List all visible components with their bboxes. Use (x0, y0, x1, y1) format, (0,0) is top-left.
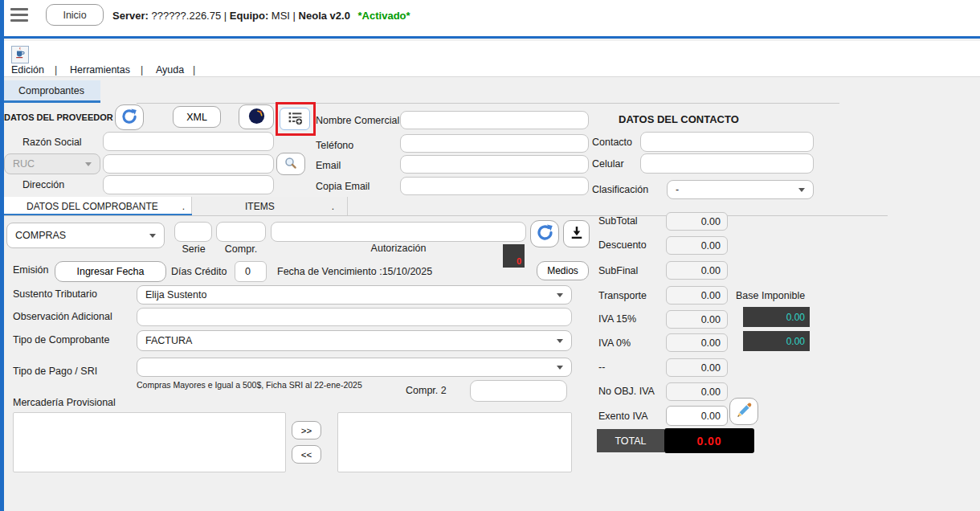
ingresar-fecha-label: Ingresar Fecha (76, 266, 144, 277)
clasificacion-value: - (676, 184, 679, 195)
total-label-box: TOTAL (597, 429, 664, 452)
subtotal-value: 0.00 (666, 212, 728, 231)
ruc-type-value: RUC (13, 158, 35, 170)
separator: | (224, 10, 227, 22)
ingresar-fecha-button[interactable]: Ingresar Fecha (55, 261, 166, 282)
tab-items[interactable]: ITEMS . (192, 197, 348, 215)
menu-separator: | (141, 64, 143, 76)
nombre-comercial-input[interactable] (400, 111, 589, 129)
tipo-comprobante-dropdown[interactable]: FACTURA (137, 330, 572, 351)
tipo-pago-dropdown[interactable] (137, 358, 572, 377)
pencil-icon (735, 401, 753, 422)
serie-label: Serie (172, 243, 215, 255)
exento-iva-label: Exento IVA (598, 411, 648, 422)
dias-credito-input[interactable]: 0 (235, 261, 267, 282)
move-left-button[interactable]: << (292, 445, 321, 464)
contacto-input[interactable] (640, 132, 814, 152)
copia-email-input[interactable] (400, 177, 589, 195)
email-label: Email (316, 160, 341, 171)
tab-dot: . (332, 201, 334, 212)
retenciones-badge: 0 (503, 244, 525, 268)
menu-item-edicion[interactable]: Edición (11, 64, 44, 76)
subtotal-label: SubTotal (598, 215, 638, 227)
tab-comprobantes-label: Comprobantes (18, 85, 84, 96)
search-proveedor-button[interactable] (276, 153, 305, 175)
window-accent-strip (0, 0, 4, 511)
exento-iva-input[interactable]: 0.00 (666, 406, 728, 426)
razon-social-label: Razón Social (22, 137, 82, 148)
sri-web-button[interactable] (239, 104, 274, 129)
server-value: ??????.226.75 (151, 10, 221, 22)
search-icon (284, 156, 298, 173)
contacto-section-title: DATOS DEL CONTACTO (619, 113, 739, 125)
tab-comprobantes[interactable]: Comprobantes (2, 80, 100, 100)
clasificacion-dropdown[interactable]: - (667, 180, 814, 199)
download-icon (569, 225, 585, 243)
chevron-down-icon (149, 234, 156, 238)
tipo-comprobante-label: Tipo de Comprobante (13, 334, 109, 345)
tab-active-underline (2, 100, 100, 103)
otros-label: -- (598, 362, 605, 373)
sustento-label: Sustento Tributario (13, 288, 97, 300)
compr2-input[interactable] (470, 380, 567, 402)
sustento-value: Elija Sustento (145, 289, 206, 300)
hamburger-menu-icon[interactable] (10, 8, 28, 22)
menu-item-herramientas[interactable]: Herramientas (70, 64, 130, 76)
tipo-transaccion-dropdown[interactable]: COMPRAS (6, 223, 165, 248)
razon-social-input[interactable] (103, 132, 274, 151)
move-right-label: >> (301, 426, 312, 435)
copia-email-label: Copia Email (316, 181, 370, 192)
transporte-label: Transporte (598, 290, 647, 301)
medios-button[interactable]: Medios (537, 261, 589, 280)
sustento-dropdown[interactable]: Elija Sustento (137, 285, 572, 305)
compr-input[interactable] (216, 222, 266, 242)
tipo-transaccion-value: COMPRAS (15, 230, 66, 241)
autorizacion-input[interactable] (271, 222, 526, 242)
tab-datos-comprobante[interactable]: DATOS DEL COMPROBANTE . (0, 197, 192, 215)
mercaderia-seleccionada-list[interactable] (337, 412, 572, 472)
tab-dot: . (182, 201, 185, 212)
emision-label: Emisión (13, 264, 48, 276)
app-name: Neola v2.0 (299, 10, 350, 22)
retenciones-badge-value: 0 (517, 256, 521, 266)
proveedor-section-title: DATOS DEL PROVEEDOR (4, 112, 113, 122)
ruc-input[interactable] (103, 154, 274, 174)
chevron-down-icon (85, 162, 92, 166)
subfinal-label: SubFinal (598, 265, 638, 276)
descargar-button[interactable] (563, 220, 590, 247)
total-value: 0.00 (696, 435, 721, 448)
xml-button[interactable]: XML (173, 106, 221, 128)
base-imponible-iva15: 0.00 (743, 307, 810, 327)
refresh-proveedor-button[interactable] (115, 104, 144, 130)
chevron-down-icon (557, 339, 563, 343)
telefono-input[interactable] (400, 134, 589, 153)
base-imponible-label: Base Imponible (736, 290, 805, 301)
tab-items-label: ITEMS (245, 201, 275, 212)
email-input[interactable] (400, 155, 589, 174)
chevron-down-icon (557, 366, 563, 370)
telefono-label: Teléfono (316, 140, 353, 151)
medios-button-label: Medios (547, 265, 578, 276)
menu-item-ayuda[interactable]: Ayuda (156, 64, 184, 76)
menu-band (0, 41, 980, 77)
java-icon-button[interactable] (11, 46, 29, 63)
compr2-label: Compr. 2 (406, 385, 447, 396)
move-right-button[interactable]: >> (292, 421, 321, 439)
mercaderia-disponible-list[interactable] (13, 412, 286, 472)
equipo-value: MSI | (272, 10, 296, 22)
observacion-input[interactable] (137, 308, 572, 326)
direccion-input[interactable] (103, 175, 274, 194)
inicio-button[interactable]: Inicio (46, 4, 104, 26)
xml-button-label: XML (186, 112, 207, 123)
celular-input[interactable] (640, 153, 814, 174)
ruc-type-dropdown[interactable]: RUC (4, 153, 100, 174)
chevron-down-icon (557, 293, 563, 297)
editar-exento-button[interactable] (729, 398, 758, 425)
server-status-text: Server: ??????.226.75 | Equipo: MSI | Ne… (112, 10, 410, 22)
serie-input[interactable] (174, 222, 212, 242)
tab-row-divider (137, 103, 839, 104)
mercaderia-label: Mercadería Provisional (13, 397, 116, 408)
equipo-label: Equipo: (230, 10, 268, 22)
iva0-label: IVA 0% (598, 337, 631, 349)
refresh-autorizacion-button[interactable] (530, 220, 559, 247)
